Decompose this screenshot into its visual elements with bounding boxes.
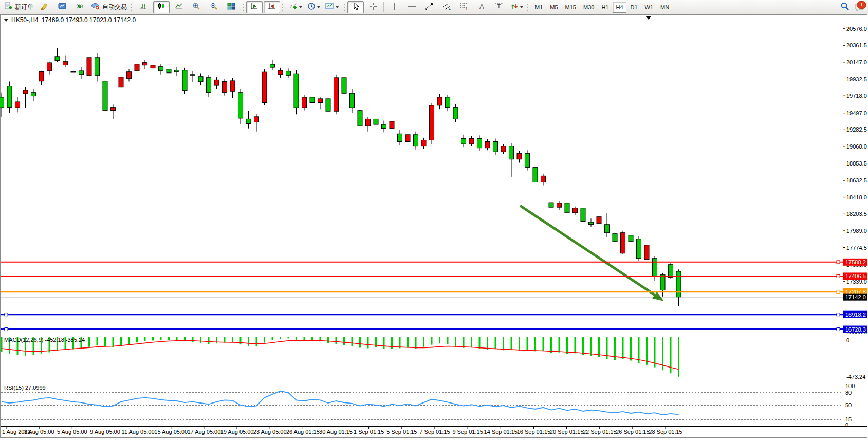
zoom-out-button[interactable] xyxy=(206,1,222,13)
price-tick-label: 18203.5 xyxy=(846,211,867,217)
candle-body xyxy=(446,97,450,108)
indicators-button[interactable] xyxy=(287,1,304,13)
candle xyxy=(565,200,569,215)
timeframe-m1-button[interactable]: M1 xyxy=(532,2,546,13)
candle-body xyxy=(342,78,346,93)
zoom-in-icon xyxy=(192,2,200,12)
line-endpoint-marker[interactable] xyxy=(837,261,840,264)
candle-body xyxy=(7,86,12,108)
new-order-button[interactable]: 新订单 xyxy=(2,1,35,13)
candle xyxy=(71,66,76,78)
chevron-down-icon xyxy=(336,6,339,8)
chart-shift-marker[interactable] xyxy=(645,16,652,20)
equidistant-channel-button[interactable]: E xyxy=(438,1,455,13)
vertical-line-button[interactable] xyxy=(386,1,402,13)
candle-body xyxy=(676,271,681,297)
signal-button[interactable] xyxy=(71,1,88,13)
text-label-button[interactable]: T xyxy=(491,1,507,13)
candle-body xyxy=(573,208,578,213)
templates-icon xyxy=(325,2,334,12)
crosshair-button[interactable] xyxy=(365,1,381,13)
candle xyxy=(469,136,474,146)
candle xyxy=(446,95,450,111)
candle-body xyxy=(334,78,339,111)
candle-body xyxy=(565,203,569,213)
rsi-axis-label: 50 xyxy=(845,402,852,408)
timeframe-m30-button[interactable]: M30 xyxy=(580,2,597,13)
drawn-arrow[interactable] xyxy=(520,206,664,301)
candle xyxy=(159,64,163,75)
auto-trading-button[interactable]: 自动交易 xyxy=(89,1,129,13)
timeframe-d1-button[interactable]: D1 xyxy=(627,2,641,13)
time-tick-label: 30 Aug 01:15 xyxy=(319,429,353,435)
candle-body xyxy=(214,80,219,85)
candle xyxy=(557,201,562,210)
candle-body xyxy=(485,141,490,148)
cursor-icon xyxy=(352,2,359,12)
candle-body xyxy=(63,62,68,65)
timeframe-mn-button[interactable]: MN xyxy=(657,2,672,13)
line-endpoint-marker[interactable] xyxy=(837,274,840,278)
arrows-button[interactable] xyxy=(508,1,525,13)
line-endpoint-marker[interactable] xyxy=(837,313,840,316)
tile-windows-button[interactable] xyxy=(223,1,239,13)
candle xyxy=(430,103,434,144)
candle-body xyxy=(0,97,4,108)
candlestick-chart-button[interactable] xyxy=(153,1,170,13)
price-tick-label: 19282.5 xyxy=(846,126,867,133)
crayon-icon xyxy=(41,2,49,12)
zoom-in-button[interactable] xyxy=(188,1,205,13)
candle-body xyxy=(437,97,442,105)
periods-button[interactable] xyxy=(305,1,322,13)
candle-body xyxy=(525,153,530,167)
candle xyxy=(597,215,601,225)
symbol-period-label: HK50-,H4 xyxy=(11,16,39,24)
candle xyxy=(461,135,466,147)
candle xyxy=(79,67,84,79)
candle-body xyxy=(621,233,625,253)
time-tick-label: 17 Aug 05:00 xyxy=(187,429,220,435)
chart-shift-button[interactable] xyxy=(246,1,263,13)
candle-body xyxy=(469,138,474,144)
text-button[interactable]: A xyxy=(473,1,490,13)
candle xyxy=(223,79,227,96)
time-axis[interactable]: 1 Aug 20223 Aug 05:005 Aug 05:009 Aug 05… xyxy=(2,426,682,435)
profiles-button[interactable] xyxy=(36,1,53,13)
timeframe-m15-button[interactable]: M15 xyxy=(562,2,579,13)
line-endpoint-marker[interactable] xyxy=(5,328,8,331)
timeframe-h1-button[interactable]: H1 xyxy=(598,2,612,13)
cursor-button[interactable] xyxy=(347,1,364,13)
line-endpoint-marker[interactable] xyxy=(5,313,8,316)
line-endpoint-marker[interactable] xyxy=(837,328,840,331)
candle-body xyxy=(421,140,426,146)
price-tick-label: 19718.0 xyxy=(846,93,867,99)
time-tick-label: 15 Aug 05:00 xyxy=(154,429,188,435)
candle xyxy=(358,107,362,130)
candle xyxy=(111,104,116,119)
time-tick-label: 7 Sep 01:15 xyxy=(419,429,450,435)
candle xyxy=(95,53,100,81)
candle-body xyxy=(198,77,203,82)
candle-body xyxy=(79,71,84,75)
horizontal-line-button[interactable] xyxy=(403,1,420,13)
market-watch-button[interactable] xyxy=(54,1,70,13)
timeframe-m5-button[interactable]: M5 xyxy=(547,2,561,13)
candle xyxy=(501,144,506,154)
line-endpoint-marker[interactable] xyxy=(837,290,840,294)
timeframe-w1-button[interactable]: W1 xyxy=(642,2,657,13)
time-tick-label: 1 Sep 01:15 xyxy=(354,429,384,435)
bar-chart-button[interactable] xyxy=(136,1,152,13)
trendline-button[interactable] xyxy=(421,1,437,13)
candle-body xyxy=(47,63,52,71)
price-chart-canvas[interactable]: 20576.020361.520147.019932.519718.019497… xyxy=(0,14,868,440)
timeframe-h4-button[interactable]: H4 xyxy=(613,2,626,13)
templates-button[interactable] xyxy=(323,1,341,13)
search-icon[interactable] xyxy=(840,2,849,13)
symbol-dropdown-icon[interactable] xyxy=(4,19,8,22)
fibonacci-button[interactable]: F xyxy=(456,1,472,13)
auto-scroll-button[interactable] xyxy=(264,1,280,13)
notifications-button[interactable]: 1 xyxy=(854,2,865,13)
candle xyxy=(334,75,339,115)
candle-body xyxy=(358,111,362,126)
line-chart-button[interactable] xyxy=(171,1,187,13)
